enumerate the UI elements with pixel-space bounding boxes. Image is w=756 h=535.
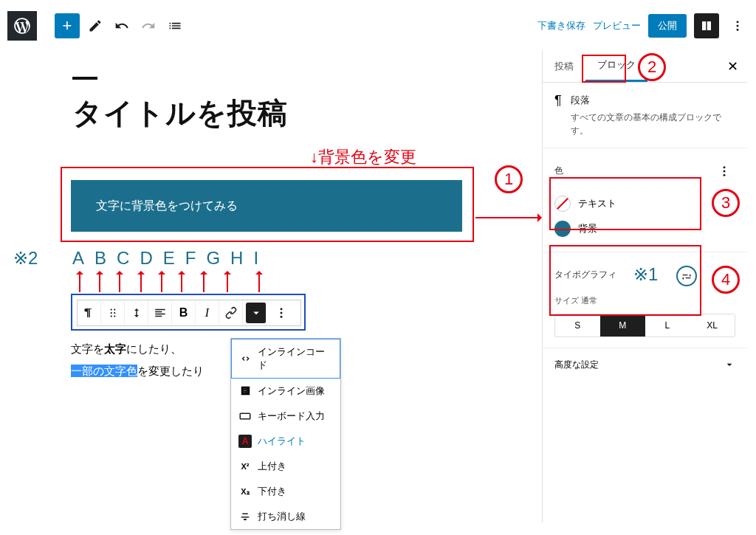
settings-panel-toggle[interactable] (694, 13, 719, 38)
svg-point-7 (110, 315, 111, 317)
save-draft-button[interactable]: 下書き保存 (537, 19, 585, 32)
undo-icon[interactable] (111, 15, 133, 37)
dropdown-keyboard[interactable]: キーボード入力 (231, 404, 340, 429)
size-l[interactable]: L (645, 314, 690, 336)
italic-button[interactable]: I (196, 300, 219, 325)
annotation-arrow-up (119, 272, 120, 292)
block-toolbar: B I (77, 300, 301, 326)
custom-size-icon[interactable] (676, 266, 697, 286)
color-options-icon[interactable] (713, 159, 735, 184)
svg-point-2 (737, 29, 739, 31)
annotation-arrow-up (181, 272, 182, 292)
block-more-icon[interactable] (269, 300, 293, 325)
svg-point-9 (281, 308, 283, 310)
dropdown-superscript[interactable]: X²上付き (231, 454, 340, 479)
annotation-asterisk-1: ※1 (633, 264, 658, 285)
font-size-buttons: S M L XL (554, 314, 735, 337)
dropdown-inline-code[interactable]: インラインコード (231, 339, 340, 379)
svg-point-8 (114, 315, 115, 317)
wordpress-logo[interactable] (7, 11, 37, 41)
annotation-circle-3: 3 (712, 189, 740, 217)
svg-point-14 (724, 170, 726, 172)
title-decoration (72, 77, 97, 80)
tab-post[interactable]: 投稿 (543, 50, 585, 82)
annotation-circle-1: 1 (495, 165, 523, 193)
size-m[interactable]: M (600, 314, 645, 336)
svg-point-6 (114, 312, 115, 314)
annotation-circle-2: 2 (638, 53, 666, 81)
editor-canvas: タイトルを投稿 (13, 52, 530, 134)
more-menu-icon[interactable] (726, 13, 749, 38)
block-name: 段落 (571, 93, 735, 108)
annotation-box-3 (549, 177, 701, 230)
annotation-arrow-up (227, 272, 228, 292)
svg-point-10 (281, 312, 283, 314)
annotation-bg-change: ↓背景色を変更 (310, 146, 416, 168)
redo-icon[interactable] (137, 15, 159, 37)
annotation-arrow-right (475, 217, 540, 218)
dropdown-subscript[interactable]: X₂下付き (231, 479, 340, 504)
annotation-arrow-up (203, 272, 205, 292)
dropdown-highlight[interactable]: Aハイライト (231, 429, 340, 454)
add-block-button[interactable]: + (55, 13, 80, 38)
dropdown-strikethrough[interactable]: 打ち消し線 (231, 504, 340, 529)
more-formats-button[interactable] (246, 303, 267, 323)
annotation-box-1: 文字に背景色をつけてみる (61, 167, 474, 242)
size-s[interactable]: S (555, 314, 600, 336)
svg-point-1 (737, 25, 739, 27)
annotation-asterisk-2: ※2 (13, 248, 38, 269)
toolbar-right: 下書き保存 プレビュー 公開 (537, 13, 749, 38)
annotation-arrow-up (99, 272, 100, 292)
move-up-down-icon[interactable] (125, 300, 148, 325)
svg-rect-12 (240, 413, 250, 419)
block-info-section: ¶ 段落 すべての文章の基本の構成ブロックです。 (543, 83, 747, 148)
drag-handle-icon[interactable] (101, 300, 125, 325)
paragraph-block-bg[interactable]: 文字に背景色をつけてみる (71, 180, 462, 232)
post-title[interactable]: タイトルを投稿 (72, 93, 530, 134)
advanced-settings-row[interactable]: 高度な設定 (543, 348, 747, 382)
outline-icon[interactable] (164, 15, 186, 37)
svg-point-13 (724, 166, 726, 168)
svg-point-15 (724, 173, 726, 176)
paragraph-icon[interactable] (78, 300, 101, 325)
bold-button[interactable]: B (172, 300, 196, 325)
close-sidebar-button[interactable]: ✕ (718, 50, 747, 82)
size-xl[interactable]: XL (690, 314, 735, 336)
annotation-arrow-up (258, 272, 260, 292)
annotation-circle-4: 4 (712, 266, 740, 294)
svg-point-4 (114, 308, 115, 310)
editor-topbar: + 下書き保存 プレビュー 公開 (0, 9, 756, 43)
annotation-box-2 (582, 55, 626, 83)
annotation-arrow-up (161, 272, 162, 292)
format-dropdown: インラインコード 🅱︎インライン画像 キーボード入力 Aハイライト X²上付き … (230, 338, 341, 530)
svg-point-0 (737, 21, 739, 23)
annotation-box-toolbar: B I (71, 294, 306, 331)
annotation-letters: ABC DEF GHI (72, 248, 258, 269)
svg-point-3 (110, 308, 111, 310)
toolbar-left: + (55, 13, 186, 38)
align-icon[interactable] (148, 300, 172, 325)
sample-paragraph[interactable]: 文字を太字にしたり、 一部の文字色を変更したり (71, 338, 204, 382)
annotation-arrow-up (79, 272, 80, 292)
svg-point-5 (110, 312, 111, 314)
edit-icon[interactable] (84, 15, 106, 37)
publish-button[interactable]: 公開 (648, 14, 687, 38)
preview-button[interactable]: プレビュー (593, 19, 641, 32)
dropdown-inline-image[interactable]: 🅱︎インライン画像 (231, 379, 340, 404)
paragraph-icon: ¶ (554, 93, 562, 137)
block-description: すべての文章の基本の構成ブロックです。 (571, 111, 735, 137)
svg-point-11 (281, 316, 283, 318)
annotation-arrow-up (140, 272, 142, 292)
link-icon[interactable] (219, 300, 243, 325)
